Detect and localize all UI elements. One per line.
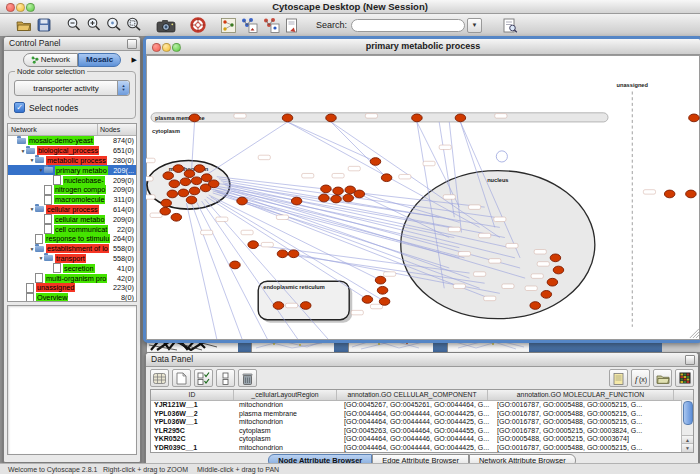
table-row[interactable]: YLR295Ccytoplasm[GO:0045263, GO:0044464,… [151,427,693,436]
table-cell[interactable]: [GO:0044464, GO:0044446, GO:0044444, G..… [341,435,494,444]
table-cell[interactable]: plasma membrane [236,410,341,419]
table-cell[interactable]: [GO:0044464, GO:0044444, GO:0044425, G..… [341,418,494,427]
table-cell[interactable]: [GO:0016787, GO:0005215, GO:0003824, G..… [494,427,682,436]
tree-row[interactable]: macromolecule311(0) [8,195,136,205]
advanced-search-icon[interactable] [500,16,520,34]
tree-row[interactable]: ▼cellular process614(0) [8,205,136,215]
framed-network-icon[interactable] [218,16,238,34]
tree-row[interactable]: nucleobase-209(0) [8,175,136,185]
graph-node[interactable] [161,199,172,207]
select-attributes-icon[interactable] [194,369,213,387]
graph-node[interactable] [377,286,388,294]
tree-row[interactable]: response to stimulu264(0) [8,234,136,244]
graph-node[interactable] [237,197,248,205]
tree-row[interactable]: multi-organism pro42(0) [8,273,136,283]
tree-col-nodes[interactable]: Nodes [98,124,136,135]
graph-node[interactable] [319,194,330,202]
tab-mosaic[interactable]: Mosaic [78,53,121,67]
help-icon[interactable] [188,16,208,34]
table-row[interactable]: YDR039C__1mitochondrion[GO:0044464, GO:0… [151,444,693,453]
table-cell[interactable]: [GO:0016787, GO:0005488, GO:0005215, G..… [494,410,682,419]
graph-node[interactable] [230,261,241,269]
graph-node[interactable] [189,187,200,195]
attribute-matrix-icon[interactable] [675,369,694,387]
graph-node[interactable] [412,114,423,122]
graph-node[interactable] [186,196,197,204]
birds-eye-view-panel[interactable] [7,305,137,455]
graph-node[interactable] [288,250,299,258]
table-row[interactable]: YKR052Ccytoplasm[GO:0044464, GO:0044446,… [151,435,693,444]
table-cell[interactable]: [GO:0045267, GO:0045261, GO:0044464, G..… [341,401,494,410]
graph-node[interactable] [171,213,182,221]
table-column-header[interactable]: _cellularLayoutRegion [234,390,337,400]
table-cell[interactable]: cytoplasm [236,435,341,444]
scrollbar-thumb[interactable] [683,401,693,425]
zoom-out-icon[interactable] [64,16,84,34]
graph-node[interactable] [273,302,284,310]
table-cell[interactable]: YLR295C [151,427,236,436]
graph-node[interactable] [354,190,365,198]
graph-node[interactable] [160,207,171,215]
table-column-header[interactable]: ID [151,390,234,400]
graph-node[interactable] [375,276,386,284]
table-row[interactable]: YJR121W__1mitochondrion[GO:0045267, GO:0… [151,401,693,410]
tree-row[interactable]: ▼establishment of lo558(0) [8,244,136,254]
table-row[interactable]: YPL036W__1mitochondrion[GO:0044464, GO:0… [151,418,693,427]
table-cell[interactable]: mitochondrion [236,401,341,410]
graph-node[interactable] [282,114,293,122]
table-cell[interactable]: [GO:0045263, GO:0044464, GO:0044455, G..… [341,427,494,436]
attribute-table-icon[interactable] [150,369,169,387]
table-cell[interactable]: [GO:0016787, GO:0005488, GO:0005215, G..… [494,401,682,410]
notepad-icon[interactable] [609,369,628,387]
graph-node[interactable] [180,178,191,186]
graph-node[interactable] [167,190,178,198]
search-input[interactable] [351,19,465,32]
graph-node[interactable] [379,298,390,306]
table-cell[interactable]: YJR121W__1 [151,401,236,410]
graph-node[interactable] [208,180,219,188]
float-panel-icon[interactable] [127,39,137,49]
data-panel-title-bar[interactable]: Data Panel [146,353,698,367]
function-builder-icon[interactable]: f(x) [631,369,650,387]
table-cell[interactable]: [GO:0005488, GO:0005215, GO:0003674] [494,435,682,444]
graph-node[interactable] [326,114,337,122]
graph-node[interactable] [689,114,700,122]
graph-node[interactable] [178,189,189,197]
graph-node[interactable] [362,296,373,304]
delete-attribute-icon[interactable] [238,369,257,387]
save-icon[interactable] [34,16,54,34]
table-row[interactable]: YPL036W__2plasma membrane[GO:0044464, GO… [151,410,693,419]
table-column-header[interactable]: annotation.GO CELLULAR_COMPONENT [337,390,488,400]
tree-row[interactable]: cell communicat22(0) [8,224,136,234]
graph-node[interactable] [547,278,558,286]
select-nodes-checkbox[interactable]: ✓ [14,102,25,113]
zoom-selected-icon[interactable] [104,16,124,34]
graph-node[interactable] [321,185,332,193]
zoom-in-icon[interactable] [84,16,104,34]
tree-row[interactable]: ▼transport558(0) [8,254,136,264]
table-scrollbar[interactable]: ▲ ▼ [681,400,693,452]
annotation-nodes-alt-icon[interactable] [260,16,282,34]
table-cell[interactable]: [GO:0016787, GO:0005488, GO:0005215, G..… [494,418,682,427]
graph-node[interactable] [189,114,200,122]
unselect-attributes-icon[interactable] [216,369,235,387]
control-panel-title-bar[interactable]: Control Panel [4,37,140,51]
tree-row[interactable]: unassigned223(0) [8,283,136,293]
graph-node[interactable] [291,197,302,205]
tab-overflow-icon[interactable]: ▶ [132,56,137,64]
network-window-title-bar[interactable]: primary metabolic process [146,39,700,55]
graph-node[interactable] [173,165,184,173]
snapshot-icon[interactable] [154,16,178,34]
node-color-dropdown[interactable]: transporter activity ▲▼ [14,80,130,96]
table-cell[interactable]: [GO:0044464, GO:0044444, GO:0044425, G..… [341,444,494,453]
network-canvas[interactable]: plasma membranecytoplasmmitochondrionnuc… [146,55,700,340]
tree-row[interactable]: nitrogen compo209(0) [8,185,136,195]
zoom-fit-icon[interactable] [124,16,144,34]
graph-node[interactable] [277,250,288,258]
table-cell[interactable]: mitochondrion [236,444,341,453]
graph-node[interactable] [530,302,541,310]
table-cell[interactable]: cytoplasm [236,427,341,436]
document-export-icon[interactable] [282,16,302,34]
tree-row[interactable]: ▼metabolic process280(0) [8,156,136,166]
graph-node[interactable] [370,158,381,166]
